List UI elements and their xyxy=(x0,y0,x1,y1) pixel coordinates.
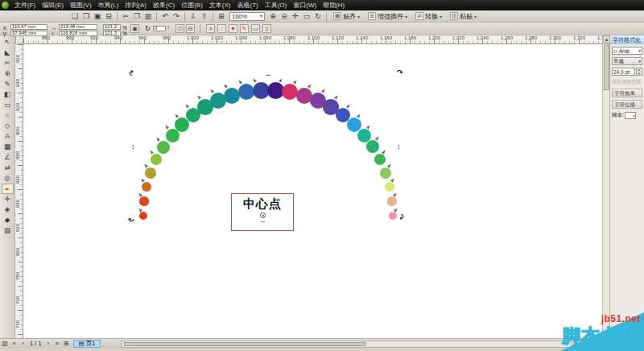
open-icon[interactable]: ❒ xyxy=(80,11,92,22)
mirror-horizontal-button[interactable]: ◫ xyxy=(175,24,184,33)
first-page-button[interactable]: « xyxy=(10,340,19,347)
undo-icon[interactable]: ↶ xyxy=(159,11,171,22)
zoom-tool[interactable]: ⊕ xyxy=(2,68,14,79)
rotation-center-icon[interactable] xyxy=(260,213,266,218)
lock-ratio-button[interactable]: ▣ xyxy=(130,24,139,33)
zoom-in-icon[interactable]: ⊕ xyxy=(267,11,279,22)
text-align-button[interactable]: ≡ xyxy=(206,24,215,33)
pick-tool[interactable]: ↖ xyxy=(2,37,14,47)
smart-fill-tool[interactable]: ◧ xyxy=(2,89,14,100)
new-document-icon[interactable]: ❏ xyxy=(69,11,80,22)
menu-bitmaps[interactable]: 位图(B) xyxy=(178,0,206,10)
horizontal-scrollbar[interactable] xyxy=(121,341,572,348)
vertical-scrollbar[interactable]: ▲ ▼ xyxy=(602,35,609,338)
blend-circle[interactable] xyxy=(157,141,170,154)
save-icon[interactable]: ▣ xyxy=(92,11,103,22)
skew-handle-right[interactable]: ↕ xyxy=(397,143,401,151)
previous-page-button[interactable]: ‹ xyxy=(19,340,27,347)
next-page-button[interactable]: › xyxy=(44,340,53,347)
freehand-tool[interactable]: ✎ xyxy=(2,79,14,89)
bullet-list-button[interactable]: : xyxy=(217,24,226,33)
font-family-combo[interactable]: O Arial ▾ xyxy=(612,47,642,55)
height-field[interactable]: 116.818 mm xyxy=(59,31,97,36)
menu-tools[interactable]: 工具(O) xyxy=(262,0,291,10)
rotate-handle-bottom-left[interactable]: ↷ xyxy=(128,215,134,222)
center-point-text-frame[interactable]: 中心点 ↔ xyxy=(231,193,294,231)
skew-handle-left[interactable]: ↕ xyxy=(131,143,135,151)
scroll-left-icon[interactable]: ◂ xyxy=(573,341,580,348)
character-effects-section[interactable]: 字符效果 xyxy=(612,89,642,97)
blend-tool[interactable]: ◎ xyxy=(2,173,14,184)
shape-tool[interactable]: ◣ xyxy=(2,47,14,58)
horizontal-text-button[interactable]: ▭ xyxy=(251,24,260,33)
drop-cap-button[interactable]: ▼ xyxy=(229,24,237,33)
rotate-handle-top-left[interactable]: ↷ xyxy=(129,70,136,76)
export-icon[interactable]: ⇧ xyxy=(199,11,210,22)
ellipse-tool[interactable]: ○ xyxy=(2,110,14,121)
menu-effects[interactable]: 效果(C) xyxy=(150,0,178,10)
rotate-handle-top-right[interactable]: ↷ xyxy=(397,69,403,76)
skew-handle-top[interactable]: ↔ xyxy=(265,71,272,78)
import-icon[interactable]: ⇩ xyxy=(188,11,199,22)
drawing-canvas[interactable] xyxy=(23,44,602,338)
menu-help[interactable]: 帮助(H) xyxy=(320,0,348,10)
menu-window[interactable]: 窗口(W) xyxy=(290,0,320,10)
paste-special-button[interactable]: ▥粘贴▾ xyxy=(450,12,477,21)
scroll-right-icon[interactable]: ▸ xyxy=(581,341,588,348)
zoom-out-icon[interactable]: ⊖ xyxy=(279,11,290,22)
menu-view[interactable]: 视图(V) xyxy=(67,0,95,10)
horizontal-ruler[interactable]: 8809009209409609801,0001,0201,0401,0601,… xyxy=(23,35,602,44)
menu-text[interactable]: 文本(X) xyxy=(206,0,234,10)
blend-circle[interactable] xyxy=(366,140,379,153)
app-launcher-icon[interactable]: ⊞ xyxy=(216,11,227,22)
convert-button[interactable]: ⇄转换▾ xyxy=(415,12,442,21)
polygon-tool[interactable]: ◇ xyxy=(2,121,14,131)
blend-circle[interactable] xyxy=(389,212,397,220)
text-tool[interactable]: A xyxy=(2,131,14,142)
skew-handle-bottom[interactable]: ↔ xyxy=(232,218,293,225)
last-page-button[interactable]: » xyxy=(53,340,62,347)
menu-file[interactable]: 文件(F) xyxy=(11,0,39,10)
plugins-button[interactable]: ⊞增强插件▾ xyxy=(368,12,407,21)
menu-edit[interactable]: 编辑(E) xyxy=(39,0,67,10)
y-position-field[interactable]: 97.945 mm xyxy=(10,31,47,36)
copy-icon[interactable]: ❐ xyxy=(131,11,142,22)
vertical-ruler[interactable]: 960940920900880860840820800780760740 xyxy=(15,44,23,338)
outline-pen-tool[interactable]: ◈ xyxy=(2,204,14,215)
blend-circle[interactable] xyxy=(145,167,156,179)
ruler-origin-corner[interactable] xyxy=(15,35,23,44)
paste-icon[interactable]: ▥ xyxy=(142,11,154,22)
vertical-text-button[interactable]: ▯ xyxy=(262,24,271,33)
crop-tool[interactable]: ✂ xyxy=(2,58,14,68)
cut-icon[interactable]: ✂ xyxy=(120,11,131,22)
script-combo[interactable] xyxy=(625,112,636,119)
fill-tool[interactable]: ◆ xyxy=(2,215,14,225)
snap-to-button[interactable]: ▦贴齐▾ xyxy=(333,12,360,21)
blend-circle[interactable] xyxy=(139,196,148,205)
rectangle-tool[interactable]: ▭ xyxy=(2,100,14,110)
table-tool[interactable]: ▦ xyxy=(2,142,14,152)
rotation-field[interactable]: 0 xyxy=(153,26,166,31)
blend-circle[interactable] xyxy=(387,196,396,205)
menu-arrange[interactable]: 排列(A) xyxy=(122,0,150,10)
page-fit-icon[interactable]: ▭ xyxy=(301,11,312,22)
font-style-combo[interactable]: 常规 ▾ xyxy=(612,57,642,65)
font-size-field[interactable]: 24.0 pt xyxy=(612,68,635,76)
horizontal-scrollbar-thumb[interactable] xyxy=(124,342,365,346)
redo-icon[interactable]: ↷ xyxy=(171,11,182,22)
character-shift-section[interactable]: 字符位移 xyxy=(612,100,642,109)
add-page-button[interactable]: ⊞ xyxy=(62,340,71,347)
menu-layout[interactable]: 布局(L) xyxy=(95,0,122,10)
size-spinner[interactable]: ▲▼ xyxy=(636,68,642,76)
scale-x-field[interactable]: 121.2 xyxy=(103,24,121,30)
blend-circle[interactable] xyxy=(139,212,147,220)
interactive-fill-tool[interactable]: ▨ xyxy=(2,225,14,236)
blend-circle[interactable] xyxy=(380,167,391,179)
pan-icon[interactable]: ✛ xyxy=(290,11,301,22)
print-icon[interactable]: ⊟ xyxy=(103,11,114,22)
menu-table[interactable]: 表格(T) xyxy=(233,0,261,10)
artistic-media-tool[interactable]: ✒ xyxy=(2,184,14,194)
zoom-level-combo[interactable]: 100%▾ xyxy=(229,12,265,21)
edit-text-button[interactable]: ✎ xyxy=(240,24,249,33)
connector-tool[interactable]: ⇄ xyxy=(2,163,14,173)
